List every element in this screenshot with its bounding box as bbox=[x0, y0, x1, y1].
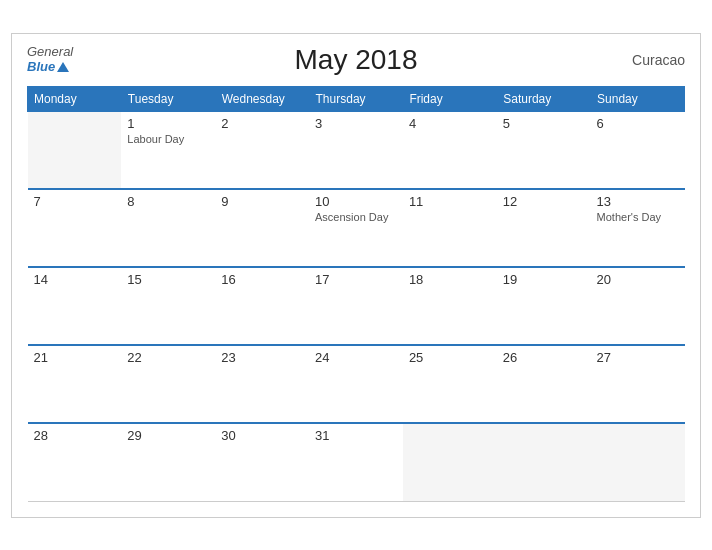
day-cell: 19 bbox=[497, 267, 591, 345]
day-number: 23 bbox=[221, 350, 303, 365]
day-cell: 22 bbox=[121, 345, 215, 423]
day-number: 6 bbox=[597, 116, 679, 131]
day-number: 5 bbox=[503, 116, 585, 131]
day-event: Labour Day bbox=[127, 133, 209, 145]
day-cell: 12 bbox=[497, 189, 591, 267]
day-cell: 9 bbox=[215, 189, 309, 267]
logo-blue-text: Blue bbox=[27, 60, 55, 74]
day-cell: 7 bbox=[28, 189, 122, 267]
day-cell: 10Ascension Day bbox=[309, 189, 403, 267]
calendar-container: General Blue May 2018 Curacao Monday Tue… bbox=[11, 33, 701, 518]
day-cell bbox=[497, 423, 591, 501]
col-sunday: Sunday bbox=[591, 86, 685, 111]
calendar-title: May 2018 bbox=[295, 44, 418, 76]
day-cell bbox=[591, 423, 685, 501]
day-event: Mother's Day bbox=[597, 211, 679, 223]
day-number: 3 bbox=[315, 116, 397, 131]
day-cell: 17 bbox=[309, 267, 403, 345]
day-cell: 4 bbox=[403, 111, 497, 189]
day-number: 1 bbox=[127, 116, 209, 131]
week-row-3: 14151617181920 bbox=[28, 267, 685, 345]
day-number: 21 bbox=[34, 350, 116, 365]
day-cell: 13Mother's Day bbox=[591, 189, 685, 267]
day-number: 2 bbox=[221, 116, 303, 131]
day-cell: 11 bbox=[403, 189, 497, 267]
day-number: 22 bbox=[127, 350, 209, 365]
day-cell: 31 bbox=[309, 423, 403, 501]
week-row-1: 1Labour Day23456 bbox=[28, 111, 685, 189]
logo-general-text: General bbox=[27, 45, 73, 59]
day-number: 7 bbox=[34, 194, 116, 209]
day-number: 25 bbox=[409, 350, 491, 365]
week-row-5: 28293031 bbox=[28, 423, 685, 501]
day-cell: 5 bbox=[497, 111, 591, 189]
day-cell: 2 bbox=[215, 111, 309, 189]
day-number: 17 bbox=[315, 272, 397, 287]
day-cell: 21 bbox=[28, 345, 122, 423]
day-number: 8 bbox=[127, 194, 209, 209]
day-number: 26 bbox=[503, 350, 585, 365]
day-cell bbox=[28, 111, 122, 189]
day-cell: 26 bbox=[497, 345, 591, 423]
calendar-header: General Blue May 2018 Curacao bbox=[27, 44, 685, 76]
day-number: 10 bbox=[315, 194, 397, 209]
day-number: 11 bbox=[409, 194, 491, 209]
day-number: 24 bbox=[315, 350, 397, 365]
days-header-row: Monday Tuesday Wednesday Thursday Friday… bbox=[28, 86, 685, 111]
day-number: 13 bbox=[597, 194, 679, 209]
week-row-2: 78910Ascension Day111213Mother's Day bbox=[28, 189, 685, 267]
calendar-location: Curacao bbox=[632, 52, 685, 68]
logo-triangle-icon bbox=[57, 62, 69, 72]
day-cell: 15 bbox=[121, 267, 215, 345]
col-saturday: Saturday bbox=[497, 86, 591, 111]
day-number: 30 bbox=[221, 428, 303, 443]
calendar-grid: Monday Tuesday Wednesday Thursday Friday… bbox=[27, 86, 685, 502]
day-number: 27 bbox=[597, 350, 679, 365]
day-number: 14 bbox=[34, 272, 116, 287]
col-wednesday: Wednesday bbox=[215, 86, 309, 111]
day-cell: 3 bbox=[309, 111, 403, 189]
day-cell: 30 bbox=[215, 423, 309, 501]
day-event: Ascension Day bbox=[315, 211, 397, 223]
col-friday: Friday bbox=[403, 86, 497, 111]
day-cell: 18 bbox=[403, 267, 497, 345]
day-cell: 1Labour Day bbox=[121, 111, 215, 189]
day-number: 18 bbox=[409, 272, 491, 287]
day-number: 20 bbox=[597, 272, 679, 287]
day-cell: 14 bbox=[28, 267, 122, 345]
day-number: 4 bbox=[409, 116, 491, 131]
day-cell: 27 bbox=[591, 345, 685, 423]
day-number: 15 bbox=[127, 272, 209, 287]
day-cell: 29 bbox=[121, 423, 215, 501]
col-tuesday: Tuesday bbox=[121, 86, 215, 111]
col-thursday: Thursday bbox=[309, 86, 403, 111]
day-cell bbox=[403, 423, 497, 501]
day-cell: 6 bbox=[591, 111, 685, 189]
week-row-4: 21222324252627 bbox=[28, 345, 685, 423]
day-number: 19 bbox=[503, 272, 585, 287]
day-number: 31 bbox=[315, 428, 397, 443]
day-cell: 28 bbox=[28, 423, 122, 501]
day-cell: 20 bbox=[591, 267, 685, 345]
day-number: 16 bbox=[221, 272, 303, 287]
day-cell: 25 bbox=[403, 345, 497, 423]
day-cell: 16 bbox=[215, 267, 309, 345]
day-number: 9 bbox=[221, 194, 303, 209]
col-monday: Monday bbox=[28, 86, 122, 111]
day-cell: 8 bbox=[121, 189, 215, 267]
logo: General Blue bbox=[27, 45, 73, 74]
day-number: 29 bbox=[127, 428, 209, 443]
day-number: 12 bbox=[503, 194, 585, 209]
day-number: 28 bbox=[34, 428, 116, 443]
day-cell: 23 bbox=[215, 345, 309, 423]
day-cell: 24 bbox=[309, 345, 403, 423]
